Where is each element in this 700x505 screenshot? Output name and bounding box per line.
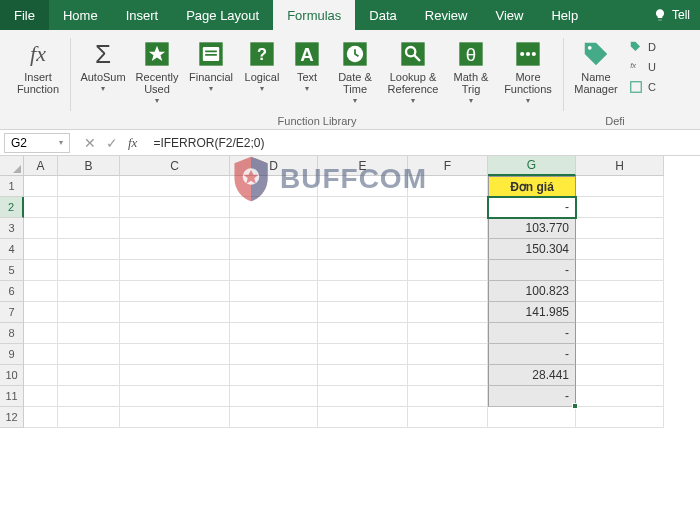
cell[interactable]: Đơn giá xyxy=(488,176,576,197)
cell[interactable] xyxy=(318,323,408,344)
cell[interactable] xyxy=(318,344,408,365)
cancel-formula-button[interactable]: ✕ xyxy=(84,135,96,151)
cell[interactable] xyxy=(58,407,120,428)
cell[interactable] xyxy=(24,197,58,218)
cell[interactable] xyxy=(120,407,230,428)
cell[interactable] xyxy=(58,176,120,197)
cell[interactable] xyxy=(230,386,318,407)
row-header[interactable]: 6 xyxy=(0,281,24,302)
tab-data[interactable]: Data xyxy=(355,0,410,30)
row-header[interactable]: 1 xyxy=(0,176,24,197)
tab-insert[interactable]: Insert xyxy=(112,0,173,30)
cell[interactable]: 141.985 xyxy=(488,302,576,323)
cell[interactable] xyxy=(318,176,408,197)
cell[interactable]: - xyxy=(488,323,576,344)
cell[interactable] xyxy=(576,176,664,197)
cell[interactable] xyxy=(58,260,120,281)
cell[interactable]: - xyxy=(488,386,576,407)
formula-input[interactable] xyxy=(147,133,700,153)
cell[interactable] xyxy=(230,281,318,302)
cell[interactable] xyxy=(408,407,488,428)
cell[interactable]: 100.823 xyxy=(488,281,576,302)
cell[interactable] xyxy=(408,176,488,197)
cell[interactable] xyxy=(58,302,120,323)
cell[interactable] xyxy=(58,323,120,344)
cell[interactable] xyxy=(408,218,488,239)
row-header[interactable]: 9 xyxy=(0,344,24,365)
cell[interactable] xyxy=(576,386,664,407)
cell[interactable] xyxy=(120,365,230,386)
column-header[interactable]: A xyxy=(24,156,58,176)
row-header[interactable]: 4 xyxy=(0,239,24,260)
cell[interactable] xyxy=(24,176,58,197)
cell[interactable] xyxy=(58,197,120,218)
tab-home[interactable]: Home xyxy=(49,0,112,30)
cell[interactable] xyxy=(24,239,58,260)
cell[interactable] xyxy=(24,407,58,428)
cell[interactable] xyxy=(318,386,408,407)
cell[interactable] xyxy=(576,323,664,344)
cell[interactable] xyxy=(230,239,318,260)
define-name-button[interactable]: D xyxy=(624,38,660,56)
cell[interactable] xyxy=(408,344,488,365)
cell[interactable] xyxy=(120,239,230,260)
select-all-corner[interactable] xyxy=(0,156,24,176)
cell[interactable] xyxy=(230,365,318,386)
cell[interactable] xyxy=(24,260,58,281)
use-in-formula-button[interactable]: fx U xyxy=(624,58,660,76)
name-box[interactable]: G2 ▾ xyxy=(4,133,70,153)
insert-function-button[interactable]: fx Insert Function xyxy=(12,34,64,98)
column-header[interactable]: H xyxy=(576,156,664,176)
cell[interactable] xyxy=(120,197,230,218)
row-header[interactable]: 10 xyxy=(0,365,24,386)
cells-area[interactable]: Đơn giá-103.770150.304-100.823141.985--2… xyxy=(24,176,664,428)
cell[interactable] xyxy=(408,323,488,344)
cell[interactable] xyxy=(576,302,664,323)
cell[interactable] xyxy=(408,365,488,386)
cell[interactable] xyxy=(58,281,120,302)
cell[interactable] xyxy=(576,365,664,386)
name-manager-button[interactable]: Name Manager xyxy=(570,34,622,98)
tab-page-layout[interactable]: Page Layout xyxy=(172,0,273,30)
cell[interactable]: 28.441 xyxy=(488,365,576,386)
cell[interactable] xyxy=(318,407,408,428)
cell[interactable] xyxy=(24,323,58,344)
column-header[interactable]: D xyxy=(230,156,318,176)
autosum-button[interactable]: Σ AutoSum ▾ xyxy=(77,34,129,108)
cell[interactable] xyxy=(24,218,58,239)
date-time-button[interactable]: Date & Time ▾ xyxy=(329,34,381,108)
cell[interactable] xyxy=(58,344,120,365)
cell[interactable]: 103.770 xyxy=(488,218,576,239)
cell[interactable] xyxy=(408,281,488,302)
cell[interactable] xyxy=(58,386,120,407)
row-header[interactable]: 8 xyxy=(0,323,24,344)
row-header[interactable]: 5 xyxy=(0,260,24,281)
cell[interactable] xyxy=(120,302,230,323)
cell[interactable] xyxy=(318,239,408,260)
cell[interactable] xyxy=(408,260,488,281)
column-header[interactable]: F xyxy=(408,156,488,176)
row-header[interactable]: 11 xyxy=(0,386,24,407)
cell[interactable] xyxy=(230,407,318,428)
cell[interactable] xyxy=(230,197,318,218)
cell[interactable] xyxy=(230,218,318,239)
row-header[interactable]: 2 xyxy=(0,197,24,218)
cell[interactable] xyxy=(58,365,120,386)
cell[interactable] xyxy=(120,323,230,344)
logical-button[interactable]: ? Logical ▾ xyxy=(239,34,285,108)
cell[interactable] xyxy=(24,344,58,365)
cell[interactable] xyxy=(24,365,58,386)
more-functions-button[interactable]: More Functions ▾ xyxy=(499,34,557,108)
cell[interactable] xyxy=(24,302,58,323)
cell[interactable] xyxy=(408,302,488,323)
column-header[interactable]: E xyxy=(318,156,408,176)
row-header[interactable]: 3 xyxy=(0,218,24,239)
cell[interactable] xyxy=(576,344,664,365)
row-header[interactable]: 12 xyxy=(0,407,24,428)
column-header[interactable]: C xyxy=(120,156,230,176)
cell[interactable] xyxy=(488,407,576,428)
financial-button[interactable]: Financial ▾ xyxy=(185,34,237,108)
math-trig-button[interactable]: θ Math & Trig ▾ xyxy=(445,34,497,108)
create-from-selection-button[interactable]: C xyxy=(624,78,660,96)
tab-file[interactable]: File xyxy=(0,0,49,30)
